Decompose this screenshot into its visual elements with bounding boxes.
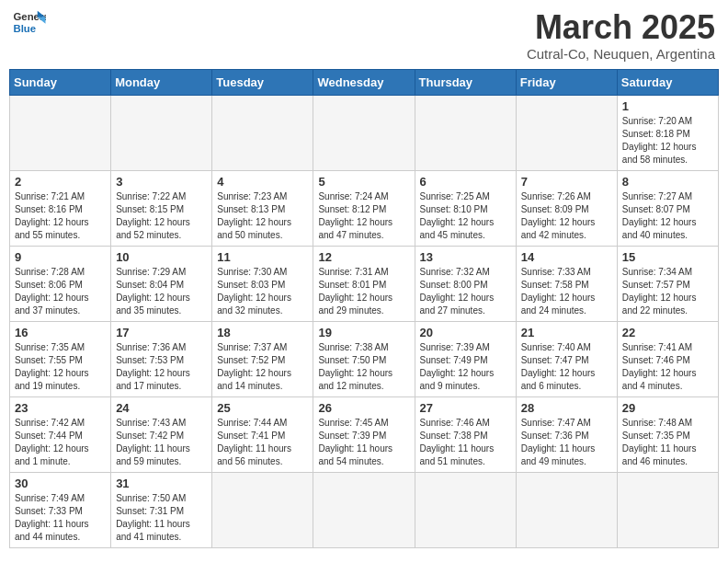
day-info: Sunrise: 7:42 AM Sunset: 7:44 PM Dayligh… (15, 417, 106, 468)
day-info: Sunrise: 7:34 AM Sunset: 7:57 PM Dayligh… (622, 266, 713, 317)
day-number: 16 (15, 326, 106, 339)
calendar-day-cell (212, 95, 313, 170)
calendar-day-cell: 1Sunrise: 7:20 AM Sunset: 8:18 PM Daylig… (617, 95, 718, 170)
day-info: Sunrise: 7:27 AM Sunset: 8:07 PM Dayligh… (622, 190, 713, 242)
day-info: Sunrise: 7:23 AM Sunset: 8:13 PM Dayligh… (217, 190, 308, 242)
calendar-day-cell: 2Sunrise: 7:21 AM Sunset: 8:16 PM Daylig… (10, 170, 111, 246)
calendar-day-cell (516, 472, 617, 547)
calendar-day-cell (10, 95, 111, 170)
calendar-day-cell: 11Sunrise: 7:30 AM Sunset: 8:03 PM Dayli… (212, 246, 313, 321)
calendar-week-row: 23Sunrise: 7:42 AM Sunset: 7:44 PM Dayli… (10, 396, 719, 472)
day-info: Sunrise: 7:50 AM Sunset: 7:31 PM Dayligh… (116, 492, 207, 544)
calendar-day-cell: 9Sunrise: 7:28 AM Sunset: 8:06 PM Daylig… (10, 246, 111, 321)
day-info: Sunrise: 7:25 AM Sunset: 8:10 PM Dayligh… (420, 190, 511, 242)
calendar-day-cell: 28Sunrise: 7:47 AM Sunset: 7:36 PM Dayli… (516, 396, 617, 472)
day-number: 22 (622, 326, 713, 339)
day-info: Sunrise: 7:24 AM Sunset: 8:12 PM Dayligh… (318, 190, 409, 242)
page-header: General Blue March 2025 Cutral-Co, Neuqu… (9, 9, 719, 62)
calendar-day-cell: 4Sunrise: 7:23 AM Sunset: 8:13 PM Daylig… (212, 170, 313, 246)
weekday-header-tuesday: Tuesday (212, 69, 313, 95)
day-info: Sunrise: 7:44 AM Sunset: 7:41 PM Dayligh… (217, 417, 308, 468)
calendar-day-cell (313, 472, 415, 547)
day-number: 6 (420, 175, 511, 189)
calendar-week-row: 30Sunrise: 7:49 AM Sunset: 7:33 PM Dayli… (10, 472, 719, 547)
calendar-day-cell: 15Sunrise: 7:34 AM Sunset: 7:57 PM Dayli… (617, 246, 718, 321)
calendar-day-cell: 24Sunrise: 7:43 AM Sunset: 7:42 PM Dayli… (111, 396, 212, 472)
logo-icon: General Blue (13, 9, 46, 35)
calendar-day-cell: 21Sunrise: 7:40 AM Sunset: 7:47 PM Dayli… (516, 321, 617, 396)
calendar-day-cell: 19Sunrise: 7:38 AM Sunset: 7:50 PM Dayli… (313, 321, 415, 396)
day-info: Sunrise: 7:43 AM Sunset: 7:42 PM Dayligh… (116, 417, 207, 468)
day-number: 25 (217, 401, 308, 415)
weekday-header-friday: Friday (516, 69, 617, 95)
calendar-week-row: 1Sunrise: 7:20 AM Sunset: 8:18 PM Daylig… (10, 95, 719, 170)
day-number: 18 (217, 326, 308, 339)
calendar-week-row: 9Sunrise: 7:28 AM Sunset: 8:06 PM Daylig… (10, 246, 719, 321)
day-number: 2 (15, 175, 106, 189)
day-info: Sunrise: 7:20 AM Sunset: 8:18 PM Dayligh… (622, 115, 713, 167)
day-number: 28 (521, 401, 612, 415)
day-info: Sunrise: 7:45 AM Sunset: 7:39 PM Dayligh… (318, 417, 409, 468)
day-number: 11 (217, 250, 308, 264)
day-number: 4 (217, 175, 308, 189)
day-number: 29 (622, 401, 713, 415)
calendar-day-cell: 14Sunrise: 7:33 AM Sunset: 7:58 PM Dayli… (516, 246, 617, 321)
weekday-header-sunday: Sunday (10, 69, 111, 95)
day-info: Sunrise: 7:46 AM Sunset: 7:38 PM Dayligh… (420, 417, 511, 468)
day-number: 5 (318, 175, 409, 189)
calendar-day-cell: 17Sunrise: 7:36 AM Sunset: 7:53 PM Dayli… (111, 321, 212, 396)
day-info: Sunrise: 7:29 AM Sunset: 8:04 PM Dayligh… (116, 266, 207, 317)
subtitle: Cutral-Co, Neuquen, Argentina (527, 46, 715, 62)
calendar-day-cell: 8Sunrise: 7:27 AM Sunset: 8:07 PM Daylig… (617, 170, 718, 246)
calendar-day-cell: 16Sunrise: 7:35 AM Sunset: 7:55 PM Dayli… (10, 321, 111, 396)
title-block: March 2025 Cutral-Co, Neuquen, Argentina (527, 9, 715, 62)
main-title: March 2025 (527, 9, 715, 46)
day-info: Sunrise: 7:33 AM Sunset: 7:58 PM Dayligh… (521, 266, 612, 317)
day-number: 8 (622, 175, 713, 189)
day-number: 30 (15, 477, 106, 490)
calendar-day-cell: 26Sunrise: 7:45 AM Sunset: 7:39 PM Dayli… (313, 396, 415, 472)
calendar-day-cell: 20Sunrise: 7:39 AM Sunset: 7:49 PM Dayli… (415, 321, 516, 396)
weekday-header-thursday: Thursday (415, 69, 516, 95)
day-number: 27 (420, 401, 511, 415)
calendar-day-cell: 3Sunrise: 7:22 AM Sunset: 8:15 PM Daylig… (111, 170, 212, 246)
calendar-day-cell (415, 95, 516, 170)
calendar-week-row: 16Sunrise: 7:35 AM Sunset: 7:55 PM Dayli… (10, 321, 719, 396)
day-number: 7 (521, 175, 612, 189)
calendar-table: SundayMondayTuesdayWednesdayThursdayFrid… (9, 69, 719, 548)
day-info: Sunrise: 7:41 AM Sunset: 7:46 PM Dayligh… (622, 341, 713, 393)
day-number: 13 (420, 250, 511, 264)
day-info: Sunrise: 7:37 AM Sunset: 7:52 PM Dayligh… (217, 341, 308, 393)
calendar-day-cell (617, 472, 718, 547)
day-info: Sunrise: 7:35 AM Sunset: 7:55 PM Dayligh… (15, 341, 106, 393)
day-info: Sunrise: 7:26 AM Sunset: 8:09 PM Dayligh… (521, 190, 612, 242)
day-info: Sunrise: 7:48 AM Sunset: 7:35 PM Dayligh… (622, 417, 713, 468)
calendar-day-cell: 10Sunrise: 7:29 AM Sunset: 8:04 PM Dayli… (111, 246, 212, 321)
calendar-day-cell: 23Sunrise: 7:42 AM Sunset: 7:44 PM Dayli… (10, 396, 111, 472)
calendar-day-cell (415, 472, 516, 547)
day-number: 24 (116, 401, 207, 415)
day-number: 10 (116, 250, 207, 264)
day-info: Sunrise: 7:38 AM Sunset: 7:50 PM Dayligh… (318, 341, 409, 393)
day-info: Sunrise: 7:49 AM Sunset: 7:33 PM Dayligh… (15, 492, 106, 544)
weekday-header-monday: Monday (111, 69, 212, 95)
logo: General Blue (13, 9, 46, 35)
calendar-day-cell: 22Sunrise: 7:41 AM Sunset: 7:46 PM Dayli… (617, 321, 718, 396)
day-number: 14 (521, 250, 612, 264)
day-info: Sunrise: 7:30 AM Sunset: 8:03 PM Dayligh… (217, 266, 308, 317)
day-number: 9 (15, 250, 106, 264)
day-number: 31 (116, 477, 207, 490)
weekday-header-wednesday: Wednesday (313, 69, 415, 95)
day-info: Sunrise: 7:47 AM Sunset: 7:36 PM Dayligh… (521, 417, 612, 468)
day-info: Sunrise: 7:36 AM Sunset: 7:53 PM Dayligh… (116, 341, 207, 393)
calendar-day-cell (111, 95, 212, 170)
calendar-day-cell: 7Sunrise: 7:26 AM Sunset: 8:09 PM Daylig… (516, 170, 617, 246)
calendar-day-cell: 27Sunrise: 7:46 AM Sunset: 7:38 PM Dayli… (415, 396, 516, 472)
day-info: Sunrise: 7:22 AM Sunset: 8:15 PM Dayligh… (116, 190, 207, 242)
calendar-day-cell: 13Sunrise: 7:32 AM Sunset: 8:00 PM Dayli… (415, 246, 516, 321)
calendar-day-cell: 30Sunrise: 7:49 AM Sunset: 7:33 PM Dayli… (10, 472, 111, 547)
day-number: 20 (420, 326, 511, 339)
day-info: Sunrise: 7:39 AM Sunset: 7:49 PM Dayligh… (420, 341, 511, 393)
calendar-day-cell: 5Sunrise: 7:24 AM Sunset: 8:12 PM Daylig… (313, 170, 415, 246)
calendar-day-cell (212, 472, 313, 547)
